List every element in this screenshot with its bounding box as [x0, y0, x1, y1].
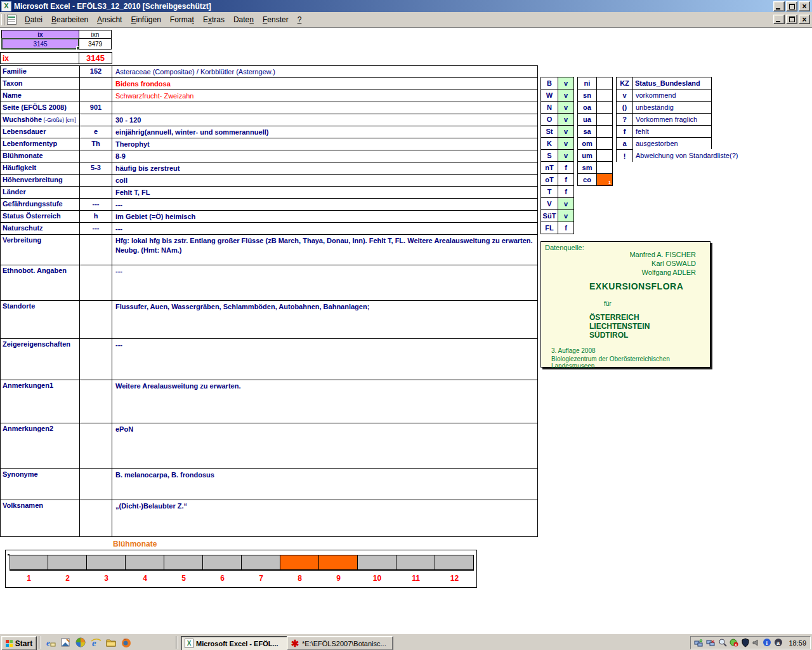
record-code-cell[interactable] — [80, 380, 112, 423]
record-label-cell[interactable]: Lebensdauer — [1, 126, 80, 138]
elevation-code-cell[interactable]: sa — [577, 125, 597, 138]
elevation-value-cell[interactable] — [596, 125, 613, 138]
record-value-cell[interactable]: häufig bis zerstreut — [112, 162, 537, 174]
elevation-code-cell[interactable]: oa — [577, 101, 597, 114]
record-label-cell[interactable]: Häufigkeit — [1, 162, 80, 174]
record-label-cell[interactable]: Verbreitung — [1, 235, 80, 265]
bundesland-code-cell[interactable]: K — [540, 137, 558, 150]
record-label-cell[interactable]: Gefährdungsstufe — [1, 199, 80, 210]
menu-daten[interactable]: Daten — [229, 14, 258, 25]
bundesland-code-cell[interactable]: W — [540, 89, 558, 102]
record-label-cell[interactable]: Taxon — [1, 78, 80, 90]
bundesland-code-cell[interactable]: FL — [540, 222, 558, 234]
ie-mail-icon[interactable]: e — [44, 637, 56, 649]
record-code-cell[interactable]: 152 — [80, 66, 112, 77]
record-value-cell[interactable]: Schwarzfrucht- Zweizahn — [112, 90, 537, 102]
record-value-cell[interactable]: --- — [112, 339, 537, 380]
record-label-cell[interactable]: Synonyme — [1, 469, 80, 500]
record-code-cell[interactable] — [80, 423, 112, 468]
record-value-cell[interactable]: „(Dicht-)Belaubter Z.“ — [112, 500, 537, 536]
bundesland-code-cell[interactable]: N — [540, 101, 558, 114]
elevation-value-cell[interactable] — [596, 89, 613, 102]
record-label-cell[interactable]: Name — [1, 90, 80, 102]
elevation-code-cell[interactable]: co — [577, 173, 597, 186]
record-code-cell[interactable] — [80, 90, 112, 102]
bundesland-code-cell[interactable]: T — [540, 185, 558, 198]
record-value-cell[interactable]: im Gebiet (=Ö) heimisch — [112, 211, 537, 222]
elevation-value-cell[interactable] — [596, 113, 613, 126]
current-ix-label-cell[interactable]: ix — [0, 52, 79, 64]
elevation-value-cell[interactable] — [596, 161, 613, 174]
record-label-cell[interactable]: Status Österreich — [1, 211, 80, 222]
record-code-cell[interactable]: Th — [80, 138, 112, 150]
record-value-cell[interactable]: Fehlt T, FL — [112, 187, 537, 198]
legend-text-cell[interactable]: ausgestorben — [632, 137, 712, 150]
elevation-code-cell[interactable]: om — [577, 137, 597, 150]
record-value-cell[interactable]: --- — [112, 265, 537, 300]
record-code-cell[interactable]: e — [80, 126, 112, 138]
process-stopped-icon[interactable]: x — [730, 638, 739, 647]
record-code-cell[interactable]: --- — [80, 199, 112, 210]
menu-bearbeiten[interactable]: Bearbeiten — [47, 14, 93, 25]
index-header-ixn[interactable]: ixn — [79, 30, 112, 39]
record-label-cell[interactable]: Wuchshöhe (-Größe) [cm] — [1, 114, 80, 126]
record-code-cell[interactable] — [80, 187, 112, 198]
network-activity-icon[interactable] — [694, 638, 704, 647]
legend-text-cell[interactable]: unbeständig — [632, 101, 712, 114]
record-value-cell[interactable]: B. melanocarpa, B. frondosus — [112, 469, 537, 500]
menu-extras[interactable]: Extras — [199, 14, 229, 25]
index-header-ix[interactable]: ix — [1, 30, 79, 39]
workbook-close-button[interactable]: × — [799, 15, 810, 24]
elevation-value-cell[interactable] — [596, 149, 613, 162]
media-player-icon[interactable] — [75, 637, 87, 649]
elevation-code-cell[interactable]: um — [577, 149, 597, 162]
bundesland-status-cell[interactable]: f — [558, 161, 574, 174]
bundesland-code-cell[interactable]: B — [540, 77, 558, 90]
elevation-value-cell[interactable]: 1 — [596, 173, 613, 186]
bundesland-status-cell[interactable]: v — [558, 125, 574, 138]
bundesland-code-cell[interactable]: V — [540, 197, 558, 210]
menu-ansicht[interactable]: Ansicht — [93, 14, 126, 25]
record-code-cell[interactable]: --- — [80, 223, 112, 234]
elevation-code-cell[interactable]: sm — [577, 161, 597, 174]
elevation-value-cell[interactable] — [596, 101, 613, 114]
bundesland-status-cell[interactable]: v — [558, 101, 574, 114]
legend-text-cell[interactable]: Vorkommen fraglich — [632, 113, 712, 126]
bundesland-code-cell[interactable]: St — [540, 125, 558, 138]
restore-button[interactable] — [786, 1, 797, 11]
info-icon[interactable]: i — [763, 638, 772, 647]
record-label-cell[interactable]: Anmerkungen1 — [1, 380, 80, 423]
bundesland-code-cell[interactable]: SüT — [540, 209, 558, 222]
legend-symbol-cell[interactable]: ? — [616, 113, 633, 126]
bloom-months-chart[interactable]: 123456789101112 — [5, 550, 477, 588]
menu-format[interactable]: Format — [166, 14, 199, 25]
legend-text-cell[interactable]: vorkommend — [632, 89, 712, 102]
elevation-code-cell[interactable]: sn — [577, 89, 597, 102]
explorer-icon[interactable] — [105, 637, 117, 649]
legend-symbol-cell[interactable]: v — [616, 89, 633, 102]
bundesland-status-cell[interactable]: f — [558, 222, 574, 234]
record-label-cell[interactable]: Volksnamen — [1, 500, 80, 536]
record-value-cell[interactable]: --- — [112, 199, 537, 210]
record-value-cell[interactable]: Therophyt — [112, 138, 537, 150]
bundesland-code-cell[interactable]: S — [540, 149, 558, 162]
record-label-cell[interactable]: Zeigereigenschaften — [1, 339, 80, 380]
record-value-cell[interactable]: Hfg: lokal hfg bis zstr. Entlang großer … — [112, 235, 537, 265]
record-code-cell[interactable] — [80, 175, 112, 186]
record-label-cell[interactable]: Höhenverbreitung — [1, 175, 80, 186]
record-label-cell[interactable]: Länder — [1, 187, 80, 198]
volume-icon[interactable] — [752, 638, 761, 647]
record-label-cell[interactable]: Lebenformentyp — [1, 138, 80, 150]
record-label-cell[interactable]: Blühmonate — [1, 150, 80, 162]
workbook-minimize-button[interactable] — [773, 15, 785, 24]
record-label-cell[interactable]: Familie — [1, 66, 80, 77]
record-value-cell[interactable]: ePoN — [112, 423, 537, 468]
elevation-code-cell[interactable]: ua — [577, 113, 597, 126]
record-value-cell[interactable]: Weitere Arealausweitung zu erwarten. — [112, 380, 537, 423]
record-code-cell[interactable] — [80, 235, 112, 265]
record-value-cell[interactable]: 30 - 120 — [112, 114, 537, 126]
bundesland-code-cell[interactable]: nT — [540, 161, 558, 174]
record-code-cell[interactable] — [80, 150, 112, 162]
record-code-cell[interactable] — [80, 339, 112, 380]
record-label-cell[interactable]: Naturschutz — [1, 223, 80, 234]
